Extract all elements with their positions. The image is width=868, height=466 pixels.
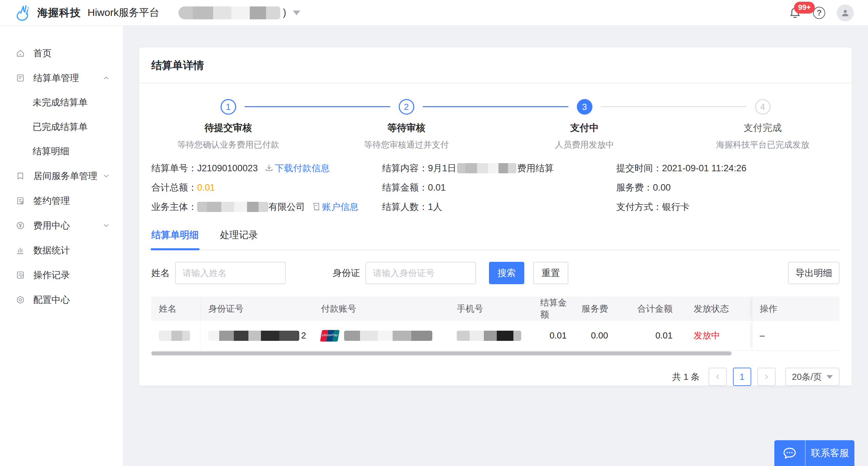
step-2-desc: 等待您审核通过并支付 <box>364 139 449 150</box>
sidebar-item-unfinished-settlements[interactable]: 未完成结算单 <box>0 90 123 115</box>
step-4-desc: 海握科技平台已完成发放 <box>716 139 809 150</box>
sidebar-item-data-statistics[interactable]: 数据统计 <box>0 238 123 263</box>
sidebar-item-home[interactable]: 首页 <box>0 41 123 65</box>
tab-process-record[interactable]: 处理记录 <box>220 229 258 250</box>
name-filter-label: 姓名 <box>151 267 170 279</box>
sidebar-item-label: 已完成结算单 <box>33 121 88 133</box>
brand-company: 海握科技 <box>37 6 81 20</box>
scrollbar-thumb[interactable] <box>151 351 732 355</box>
step-4-label: 支付完成 <box>744 121 782 134</box>
tab-settlement-detail[interactable]: 结算单明细 <box>151 229 199 250</box>
page-title: 结算单详情 <box>139 47 852 83</box>
entity-label: 业务主体： <box>151 201 197 213</box>
export-button[interactable]: 导出明细 <box>788 262 839 284</box>
notifications-button[interactable]: 99+ <box>789 6 801 19</box>
service-fee-row: 服务费： 0.00 <box>616 181 839 194</box>
page-size-value: 20条/页 <box>792 371 822 383</box>
chat-bubble-icon <box>774 440 806 466</box>
chevron-down-icon <box>102 221 111 230</box>
method-value: 银行卡 <box>662 201 690 213</box>
id-visible-suffix: 2 <box>301 330 306 341</box>
step-4-circle: 4 <box>755 99 771 115</box>
cell-status: 发放中 <box>680 330 749 342</box>
main-content: 结算单详情 1 待提交审核 等待您确认业务费用已付款 2 等待审核 等待您审核通… <box>123 26 868 466</box>
settlement-info: 结算单号： J21090100023 下载付款信息 合计总额： 0.01 业务主… <box>139 157 852 213</box>
submit-value: 2021-09-01 11:24:26 <box>662 163 747 174</box>
sidebar-item-finished-settlements[interactable]: 已完成结算单 <box>0 115 123 139</box>
sidebar-item-settlement-mgmt[interactable]: 结算单管理 <box>0 65 123 90</box>
bar-chart-icon <box>16 246 25 255</box>
name-input[interactable] <box>175 262 286 284</box>
download-icon <box>264 163 274 173</box>
redacted-account-name <box>178 6 280 19</box>
chevron-up-icon <box>102 74 111 82</box>
progress-steps: 1 待提交审核 等待您确认业务费用已付款 2 等待审核 等待您审核通过并支付 3… <box>139 83 852 157</box>
settlement-detail-card: 结算单详情 1 待提交审核 等待您确认业务费用已付款 2 等待审核 等待您审核通… <box>139 47 852 386</box>
settle-content-row: 结算内容： 9月1日 费用结算 <box>382 162 616 174</box>
sidebar-item-operation-log[interactable]: 操作记录 <box>0 263 123 287</box>
pay-method-row: 支付方式： 银行卡 <box>616 201 839 213</box>
sidebar-item-label: 未完成结算单 <box>33 96 88 109</box>
settle-no-value: J21090100023 <box>197 163 258 174</box>
top-bar: 海握科技 Hiwork服务平台 ) 99+ ? <box>0 0 868 26</box>
sidebar-item-config-center[interactable]: 配置中心 <box>0 287 123 312</box>
horizontal-scrollbar[interactable] <box>151 351 752 356</box>
col-service-fee: 服务费 <box>574 303 616 315</box>
page-size-select[interactable]: 20条/页 <box>785 368 839 386</box>
cell-id: 2 <box>201 330 314 341</box>
pagination: 共 1 条 1 20条/页 <box>139 356 852 397</box>
step-3-circle: 3 <box>577 99 592 115</box>
sidebar-item-label: 配置中心 <box>33 294 70 306</box>
redacted-phone <box>457 331 521 341</box>
chevron-down-icon <box>827 375 833 379</box>
method-label: 支付方式： <box>616 201 662 213</box>
account-selector[interactable]: ) <box>178 6 301 19</box>
id-input[interactable] <box>365 262 476 284</box>
pagination-total: 共 1 条 <box>672 371 700 383</box>
next-page-button[interactable] <box>757 368 776 386</box>
hiwork-logo-icon <box>14 4 33 22</box>
search-button[interactable]: 搜索 <box>489 262 524 284</box>
account-info-link[interactable]: 账户信息 <box>322 201 359 213</box>
sidebar-item-fee-center[interactable]: 费用中心 <box>0 213 123 238</box>
filter-bar: 姓名 身份证 搜索 重置 导出明细 <box>139 250 852 288</box>
help-button[interactable]: ? <box>813 7 825 19</box>
col-name: 姓名 <box>151 296 201 321</box>
settle-people-row: 结算人数： 1人 <box>382 201 616 213</box>
cell-total-amount: 0.01 <box>616 330 680 341</box>
page-1-button[interactable]: 1 <box>733 368 751 386</box>
settlement-table: 姓名 身份证号 付款账号 手机号 结算金额 服务费 合计金额 发放状态 操作 2 <box>151 296 839 356</box>
contact-support-button[interactable]: 联系客服 <box>774 440 854 466</box>
step-connector <box>245 106 390 107</box>
total-value: 0.01 <box>197 182 215 193</box>
chevron-down-icon <box>102 172 111 180</box>
col-phone: 手机号 <box>449 303 533 315</box>
step-1-desc: 等待您确认业务费用已付款 <box>177 139 279 150</box>
content-prefix: 9月1日 <box>428 162 456 174</box>
brand-platform: Hiwork服务平台 <box>88 6 159 20</box>
sidebar-item-intermediary-service[interactable]: 居间服务单管理 <box>0 163 123 188</box>
chevron-left-icon <box>714 373 722 381</box>
settle-no-row: 结算单号： J21090100023 下载付款信息 <box>151 162 382 174</box>
submit-time-row: 提交时间： 2021-09-01 11:24:26 <box>616 162 839 174</box>
sidebar-item-label: 首页 <box>33 47 52 59</box>
reset-button[interactable]: 重置 <box>533 262 568 284</box>
sidebar-item-contract-mgmt[interactable]: 签约管理 <box>0 188 123 213</box>
download-payment-link[interactable]: 下载付款信息 <box>275 162 330 174</box>
topbar-actions: 99+ ? <box>789 4 854 21</box>
sidebar-item-settlement-details[interactable]: 结算明细 <box>0 139 123 163</box>
status-badge: 发放中 <box>694 330 720 342</box>
avatar[interactable] <box>837 4 854 21</box>
step-2-label: 等待审核 <box>388 121 426 134</box>
redacted-account-number <box>344 331 432 341</box>
yuan-circle-icon <box>16 221 25 230</box>
receipt-icon <box>311 202 321 212</box>
redacted-id <box>208 331 299 341</box>
prev-page-button[interactable] <box>709 368 727 386</box>
total-amount-row: 合计总额： 0.01 <box>151 181 382 194</box>
table-row: 2 UnionPay 0.01 0.00 0.01 发放中 <box>151 321 839 351</box>
sidebar-item-label: 数据统计 <box>33 244 70 256</box>
col-action: 操作 <box>752 296 839 321</box>
chevron-down-icon <box>293 11 300 15</box>
col-settle-amount: 结算金额 <box>533 297 574 321</box>
